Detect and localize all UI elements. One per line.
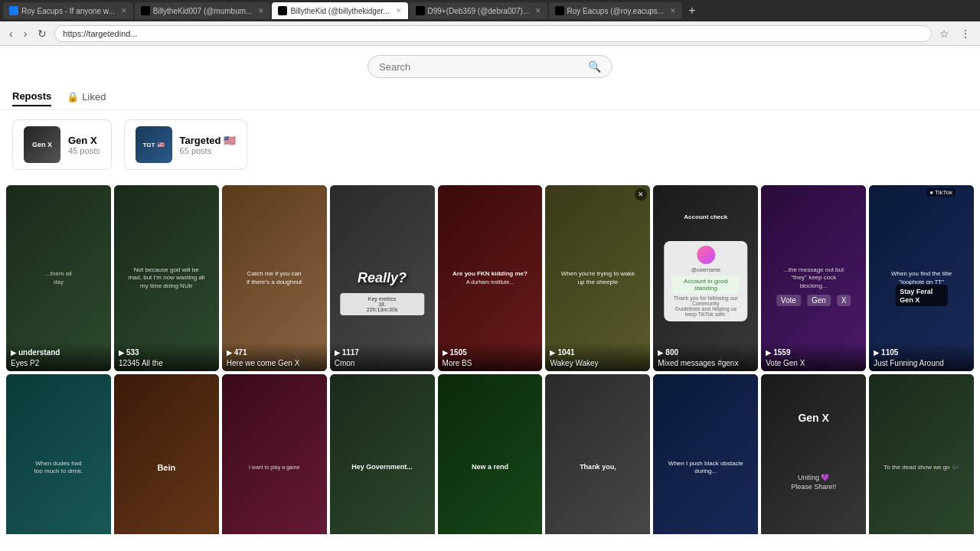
search-input[interactable] <box>379 61 588 73</box>
video-overlay-1: ▶ 533 12345 All the <box>114 342 219 371</box>
video-play-count-7: ▶ 1559 <box>766 348 861 357</box>
video-card-7[interactable]: ...the message out but"they" keep cockbl… <box>761 185 866 371</box>
tiktok-badge-8: ● TikTok <box>926 188 956 197</box>
tab-close-1[interactable]: ✕ <box>121 7 127 15</box>
playlist-thumb-genx: Gen X <box>24 126 60 163</box>
video-title-1: 12345 All the <box>119 358 214 368</box>
video-play-count-2: ▶ 471 <box>227 348 322 357</box>
tab-favicon-5 <box>555 6 564 15</box>
playlist-cards: Gen X Gen X 45 posts TGT 🇺🇸 Targeted 🇺🇸 … <box>12 119 968 170</box>
video-card-5[interactable]: When you're trying to wakeup the sheeple… <box>545 185 650 371</box>
playlist-genx[interactable]: Gen X Gen X 45 posts <box>12 119 112 170</box>
tab-close-5[interactable]: ✕ <box>670 7 676 15</box>
video-card-12[interactable]: Hey Government... ▶ 930 Thank you Morgan… <box>330 374 435 534</box>
play-icon-8: ▶ <box>874 349 879 357</box>
video-thumb-17: To the dead show we go 🎶 <box>869 374 974 534</box>
video-card-0[interactable]: ...them allday ▶ understand Eyes P2 <box>6 185 111 371</box>
video-text-4: Are you FKN kidding me?A durham institut… <box>449 267 531 289</box>
video-card-10[interactable]: Bein ▶ 4061 Gen X to <box>114 374 219 534</box>
video-card-3[interactable]: Really? Key metrics18.22h:13m:30s ▶ 1117… <box>330 185 435 371</box>
video-thumb-13: New a rend <box>438 374 543 534</box>
video-thumb-14: Thank you, <box>545 374 650 534</box>
count-text-6: 800 <box>665 348 678 357</box>
video-text-2: Catch me if you canif there's a doughnut <box>242 266 306 291</box>
account-status-6: Account in good standing <box>671 276 740 294</box>
count-text-7: 1559 <box>773 348 790 357</box>
video-card-14[interactable]: Thank you, ▶ 829 🙂 <box>545 374 650 534</box>
video-card-16[interactable]: Gen X Uniting 💜Please Share!! ▶ 2265 "Th… <box>761 374 866 534</box>
play-icon-4: ▶ <box>443 349 448 357</box>
video-play-count-5: ▶ 1041 <box>550 348 645 357</box>
forward-button[interactable]: › <box>21 26 31 41</box>
tab-close-4[interactable]: ✕ <box>535 7 541 15</box>
tab-label-3: BillytheKid (@billythekidger... <box>290 7 389 15</box>
video-overlay-15: ▶ 8063 😊 <box>653 532 758 534</box>
tab-label-1: Roy Eacups - If anyone w... <box>21 7 115 15</box>
tab-label-2: BillytheKid007 (@mumbum... <box>153 7 253 15</box>
tab-1[interactable]: Roy Eacups - If anyone w... ✕ <box>3 2 133 19</box>
extensions-button[interactable]: ⋮ <box>957 26 974 41</box>
count-text-0: understand <box>18 348 60 357</box>
count-text-3: 1117 <box>342 348 359 357</box>
video-card-17[interactable]: To the dead show we go 🎶 ▶ 974 Dead show <box>869 374 974 534</box>
video-card-9[interactable]: When dudes hadtoo much to drink. ▶ 952 Y… <box>6 374 111 534</box>
vote-btns-7: Vote Gen X <box>776 295 851 306</box>
play-icon-1: ▶ <box>119 349 124 357</box>
video-text-16: Gen X <box>766 412 861 424</box>
video-overlay-12: ▶ 930 Thank you Morgan 💜 <box>330 532 435 534</box>
video-grid: ...them allday ▶ understand Eyes P2 Not … <box>0 185 980 534</box>
video-card-11[interactable]: I want to play a game ▶ 758 Here we come <box>222 374 327 534</box>
video-card-6[interactable]: Account check @username Account in good … <box>653 185 758 371</box>
video-thumb-10: Bein <box>114 374 219 534</box>
video-overlay-5: ▶ 1041 Wakey Wakey <box>545 342 650 371</box>
video-card-2[interactable]: Catch me if you canif there's a doughnut… <box>222 185 327 371</box>
video-text-0: ...them allday <box>42 267 75 289</box>
tab-liked-label: Liked <box>82 91 106 103</box>
video-thumb-15: When I push black obstacle during... <box>653 374 758 534</box>
video-text-7: ...the message out but"they" keep cockbl… <box>780 263 847 293</box>
reload-button[interactable]: ↻ <box>34 26 50 41</box>
video-card-13[interactable]: New a rend ▶ 1238 Unite with Palestine a… <box>438 374 543 534</box>
video-text-9: When dudes hadtoo much to drink. <box>31 457 87 479</box>
count-text-1: 533 <box>126 348 139 357</box>
video-card-8[interactable]: When you find the title"loophole on TT" … <box>869 185 974 371</box>
video-title-8: Just Funning Around <box>874 358 969 368</box>
stay-feral-badge-8: Stay Feral Gen X <box>895 285 947 306</box>
tab-close-2[interactable]: ✕ <box>258 7 264 15</box>
video-metrics-3: Key metrics18.22h:13m:30s <box>340 293 424 315</box>
new-tab-button[interactable]: + <box>684 4 700 18</box>
video-overlay-14: ▶ 829 🙂 <box>545 532 650 534</box>
count-text-2: 471 <box>234 348 247 357</box>
count-text-4: 1505 <box>450 348 467 357</box>
video-text-17: To the dead show we go 🎶 <box>880 461 962 474</box>
tab-3[interactable]: BillytheKid (@billythekidger... ✕ <box>272 2 407 19</box>
play-icon-6: ▶ <box>658 349 663 357</box>
video-thumb-16: Gen X Uniting 💜Please Share!! <box>761 374 866 534</box>
video-card-1[interactable]: Not because god will bemad, but I'm now … <box>114 185 219 371</box>
video-title-4: More BS <box>443 358 538 368</box>
playlist-targeted[interactable]: TGT 🇺🇸 Targeted 🇺🇸 65 posts <box>124 119 248 170</box>
video-card-4[interactable]: Are you FKN kidding me?A durham institut… <box>438 185 543 371</box>
bookmark-button[interactable]: ☆ <box>936 26 952 41</box>
video-overlay-7: ▶ 1559 Vote Gen X <box>761 342 866 371</box>
account-check-box-6: @username Account in good standing Thank… <box>664 241 748 321</box>
tab-close-3[interactable]: ✕ <box>396 7 402 15</box>
tab-2[interactable]: BillytheKid007 (@mumbum... ✕ <box>135 2 271 19</box>
video-text-11: I want to play a game <box>246 461 303 474</box>
video-overlay-2: ▶ 471 Here we come Gen X <box>222 342 327 371</box>
address-bar[interactable]: https://targetedind... <box>54 25 932 42</box>
tab-reposts[interactable]: Reposts <box>12 87 51 106</box>
video-thumb-11: I want to play a game <box>222 374 327 534</box>
video-overlay-6: ▶ 800 Mixed messages #genx <box>653 342 758 371</box>
playlist-title-genx: Gen X <box>68 135 100 146</box>
video-title-5: Wakey Wakey <box>550 358 645 368</box>
tab-liked[interactable]: 🔒 Liked <box>67 88 106 106</box>
back-button[interactable]: ‹ <box>6 26 16 41</box>
video-text-14: Thank you, <box>577 460 619 475</box>
tab-4[interactable]: D99+(Deb369 (@debra007)... ✕ <box>410 2 547 19</box>
tab-5[interactable]: Roy Eacups (@roy.eacups... ✕ <box>549 2 683 19</box>
play-icon-3: ▶ <box>335 349 340 357</box>
video-overlay-16: ▶ 2265 "They" can't stop us <box>761 532 866 534</box>
video-text-13: New a rend <box>469 460 511 475</box>
video-card-15[interactable]: When I push black obstacle during... ▶ 8… <box>653 374 758 534</box>
